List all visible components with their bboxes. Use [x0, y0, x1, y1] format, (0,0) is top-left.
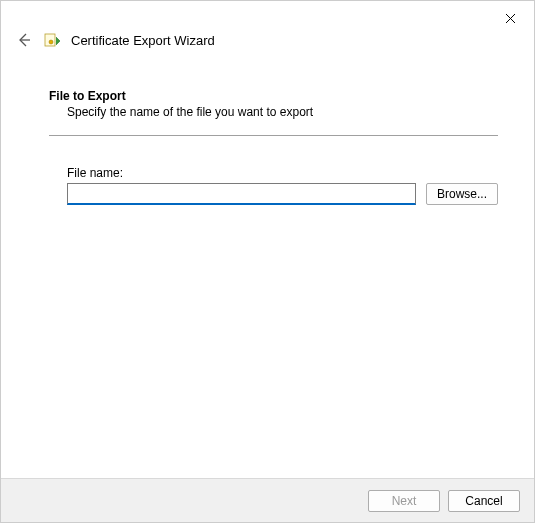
svg-point-4 [49, 40, 53, 44]
section-subtitle: Specify the name of the file you want to… [67, 105, 498, 119]
divider [49, 135, 498, 136]
file-name-input[interactable] [67, 183, 416, 205]
wizard-header: Certificate Export Wizard [1, 1, 534, 59]
file-input-row: Browse... [67, 183, 498, 205]
cancel-button[interactable]: Cancel [448, 490, 520, 512]
section-heading: File to Export [49, 89, 498, 103]
wizard-content: File to Export Specify the name of the f… [1, 59, 534, 205]
close-button[interactable] [496, 7, 524, 29]
arrow-left-icon [16, 32, 32, 48]
file-name-label: File name: [67, 166, 498, 180]
back-button[interactable] [15, 31, 33, 49]
close-icon [505, 13, 516, 24]
browse-button[interactable]: Browse... [426, 183, 498, 205]
wizard-title: Certificate Export Wizard [71, 33, 215, 48]
next-button[interactable]: Next [368, 490, 440, 512]
certificate-icon [43, 31, 61, 49]
wizard-footer: Next Cancel [1, 478, 534, 522]
